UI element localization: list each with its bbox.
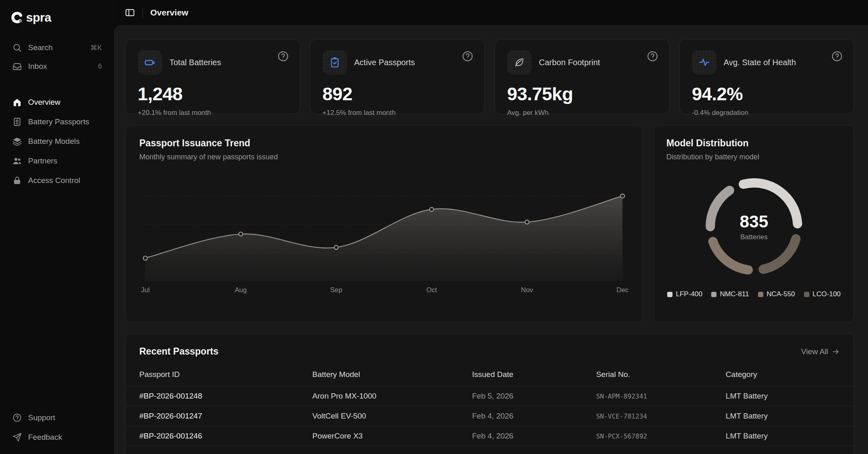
data-point[interactable]: [620, 194, 624, 198]
sidebar-item-partners[interactable]: Partners: [8, 152, 106, 170]
table-cell: SN-APM-892341: [596, 392, 725, 400]
stat-icon-tile: [138, 50, 162, 75]
sidebar-item-label: Partners: [28, 156, 102, 165]
stat-icon-tile: [692, 50, 716, 75]
table-row[interactable]: #BP-2026-001246PowerCore X3Feb 4, 2026SN…: [125, 426, 854, 446]
donut-chart[interactable]: 835 Batteries: [699, 172, 809, 281]
legend-item-nmc-811[interactable]: NMC-811: [711, 290, 749, 298]
table-row[interactable]: #BP-2026-001247VoltCell EV-500Feb 4, 202…: [125, 406, 854, 426]
data-point[interactable]: [239, 232, 243, 236]
sidebar-item-label: Battery Passports: [28, 117, 102, 126]
layers-icon: [12, 137, 22, 146]
data-point[interactable]: [430, 207, 434, 212]
legend-item-nca-550[interactable]: NCA-550: [758, 290, 795, 298]
sidebar-item-label: Feedback: [28, 433, 102, 442]
table-cell: LMT Battery: [726, 432, 840, 441]
model-distribution-card: Model Distribution Distribution by batte…: [654, 125, 854, 322]
sidebar-item-battery-passports[interactable]: Battery Passports: [8, 112, 106, 131]
legend-item-lfp-400[interactable]: LFP-400: [667, 290, 702, 298]
table-cell: Feb 5, 2026: [472, 392, 596, 401]
column-header: Passport ID: [139, 370, 312, 379]
help-button[interactable]: [646, 50, 659, 62]
table-cell: Aron Pro MX-1000: [312, 392, 472, 401]
table-cell: SN-VCE-781234: [596, 412, 725, 420]
stat-title: Total Batteries: [169, 58, 221, 67]
help-button[interactable]: [831, 50, 843, 62]
pulse-icon: [699, 57, 710, 68]
topbar-divider: [143, 8, 143, 18]
table-cell: Feb 4, 2026: [472, 432, 596, 441]
donut-segment-nca-550[interactable]: [713, 242, 748, 270]
brand-name: spra: [26, 11, 51, 24]
sidebar-item-label: Inbox: [28, 62, 92, 71]
x-axis-label: Jul: [141, 286, 149, 294]
leaf-icon: [514, 57, 525, 68]
sidebar-utility: Search ⌘K Inbox 6: [8, 38, 106, 76]
help-circle-icon: [12, 413, 22, 423]
brand-logo[interactable]: spra: [8, 11, 106, 24]
users-icon: [12, 156, 22, 166]
sidebar: spra Search ⌘K Inbox 6 OverviewBattery P…: [0, 0, 114, 454]
sidebar-item-overview[interactable]: Overview: [8, 93, 106, 112]
sidebar-item-inbox[interactable]: Inbox 6: [8, 57, 106, 76]
table-cell: LMT Battery: [726, 412, 840, 421]
donut-segment-lfp-400[interactable]: [743, 183, 798, 224]
stat-card-header: Active Passports: [323, 50, 472, 75]
stat-card-carbon-footprint: Carbon Footprint 93.75kg Avg. per kWh: [494, 39, 670, 114]
stat-title: Carbon Footprint: [539, 58, 600, 67]
home-icon: [12, 97, 22, 107]
stat-card-header: Carbon Footprint: [507, 50, 657, 75]
table-cell: Feb 4, 2026: [472, 412, 596, 421]
view-all-label: View All: [801, 347, 828, 356]
sidebar-item-battery-models[interactable]: Battery Models: [8, 132, 106, 151]
inbox-badge: 6: [98, 62, 102, 71]
passport-icon: [12, 117, 22, 127]
help-circle-icon: [831, 50, 843, 62]
sidebar-item-label: Access Control: [28, 176, 102, 185]
x-axis-label: Dec: [616, 286, 628, 294]
stat-title: Avg. State of Health: [724, 58, 796, 67]
sidebar-toggle-button[interactable]: [125, 7, 135, 18]
sidebar-item-search[interactable]: Search ⌘K: [8, 38, 106, 57]
sidebar-item-access-control[interactable]: Access Control: [8, 171, 106, 190]
legend-item-lco-100[interactable]: LCO-100: [804, 290, 841, 298]
x-axis-label: Sep: [330, 286, 342, 294]
stat-subtext: Avg. per kWh: [507, 109, 657, 117]
legend-swatch: [758, 292, 763, 297]
arrow-right-icon: [832, 348, 840, 356]
data-point[interactable]: [525, 220, 529, 224]
x-axis-label: Aug: [235, 286, 247, 294]
help-button[interactable]: [277, 50, 289, 62]
area-chart[interactable]: JulAugSepOctNovDec: [139, 172, 628, 297]
table-head: Passport IDBattery ModelIssued DateSeria…: [125, 370, 854, 386]
stat-card-total-batteries: Total Batteries 1,248 +20.1% from last m…: [125, 39, 300, 114]
stat-card-header: Avg. State of Health: [692, 50, 842, 75]
sidebar-item-feedback[interactable]: Feedback: [8, 428, 106, 447]
column-header: Category: [726, 370, 840, 379]
table-title: Recent Passports: [139, 346, 218, 357]
stat-card-avg-state-of-health: Avg. State of Health 94.2% -0.4% degrada…: [679, 39, 855, 114]
search-shortcut: ⌘K: [90, 44, 102, 52]
donut-segment-lco-100[interactable]: [763, 239, 796, 269]
table-cell: SN-PCX-567892: [596, 432, 725, 440]
table-cell: VoltCell EV-500: [312, 412, 472, 421]
main-area: Overview Total Batteries 1,248 +20.1% fr…: [114, 0, 868, 454]
help-button[interactable]: [461, 50, 474, 62]
chart-subtitle: Monthly summary of new passports issued: [139, 153, 628, 161]
data-point[interactable]: [143, 256, 147, 260]
data-point[interactable]: [334, 245, 338, 249]
trend-chart-svg: JulAugSepOctNovDec: [139, 172, 628, 297]
stat-icon-tile: [507, 50, 532, 75]
legend-label: LCO-100: [813, 290, 841, 298]
legend-label: NMC-811: [720, 290, 749, 298]
sidebar-item-label: Battery Models: [28, 137, 102, 146]
donut-title: Model Distribution: [666, 138, 842, 149]
view-all-button[interactable]: View All: [801, 347, 840, 356]
table-row[interactable]: #BP-2026-001248Aron Pro MX-1000Feb 5, 20…: [125, 386, 854, 406]
sidebar-item-support[interactable]: Support: [8, 408, 106, 427]
stat-card-active-passports: Active Passports 892 +12.5% from last mo…: [310, 39, 485, 114]
donut-segment-nmc-811[interactable]: [710, 190, 730, 227]
recent-passports-card: Recent Passports View All Passport IDBat…: [125, 333, 854, 454]
page-title: Overview: [150, 8, 188, 18]
help-circle-icon: [277, 50, 289, 62]
